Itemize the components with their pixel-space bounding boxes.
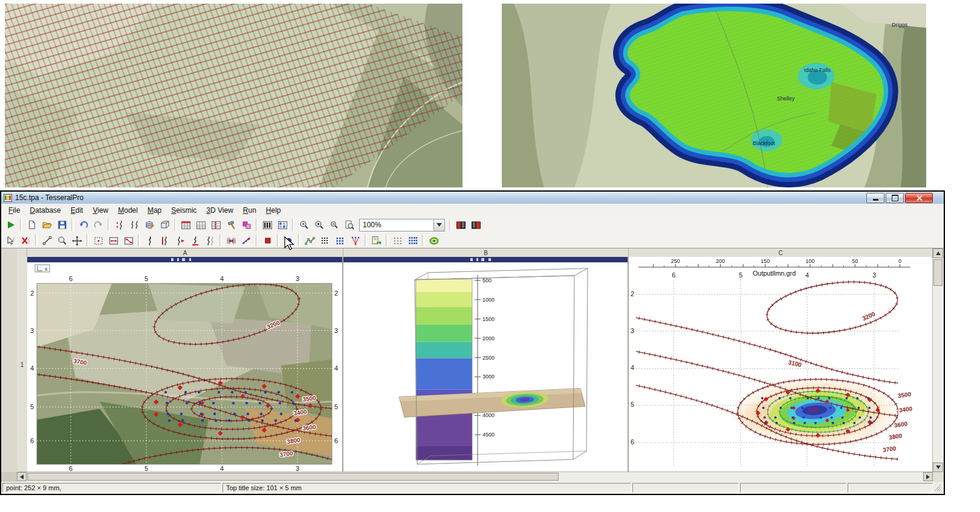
velocity-column xyxy=(416,279,472,460)
delete-trace-button[interactable] xyxy=(18,234,33,247)
black-grid-button[interactable] xyxy=(317,234,333,247)
zoom-level-combobox[interactable]: 100% xyxy=(359,219,445,232)
red-cell-button[interactable] xyxy=(260,234,275,247)
run-button[interactable] xyxy=(3,218,18,232)
column-header-c[interactable]: C xyxy=(629,248,933,257)
lattice-picks-button[interactable] xyxy=(224,234,239,247)
table-plain-button[interactable] xyxy=(193,218,209,232)
layers-edit-button[interactable] xyxy=(142,218,157,232)
magnify-tool-button[interactable] xyxy=(54,234,70,247)
panel-a-map-view[interactable]: x xyxy=(27,257,342,472)
menu-run[interactable]: Run xyxy=(238,204,261,216)
column-header-b[interactable]: B xyxy=(343,248,629,257)
cube-icon xyxy=(160,220,170,230)
table-red-col-button[interactable] xyxy=(209,218,224,232)
zoom-minus-small-button[interactable] xyxy=(326,218,342,232)
new-document-button[interactable] xyxy=(24,218,39,232)
undo-button[interactable] xyxy=(76,218,91,232)
close-button[interactable] xyxy=(905,193,933,203)
app-icon xyxy=(4,194,12,202)
trace-red-left-button[interactable] xyxy=(157,234,172,247)
area-select-button[interactable] xyxy=(91,234,106,247)
scroll-right-button[interactable] xyxy=(923,472,933,481)
panel-b-title-strip[interactable] xyxy=(343,257,628,262)
svg-text:3: 3 xyxy=(296,275,299,282)
panel-b[interactable]: 500 1000 1500 2000 2500 3000 3500 4000 4… xyxy=(343,257,629,472)
menu-file[interactable]: File xyxy=(4,204,25,216)
svg-text:4: 4 xyxy=(220,275,224,282)
pan-tool-button[interactable] xyxy=(70,234,85,247)
red-black-panel-button-2[interactable] xyxy=(469,218,484,232)
map-label-idaho-falls: Idaho Falls xyxy=(804,67,831,73)
zoom-dropdown-arrow[interactable] xyxy=(433,219,444,231)
rays-button[interactable] xyxy=(348,234,363,247)
table-plain-icon xyxy=(196,221,206,230)
svg-text:100: 100 xyxy=(806,258,815,264)
horizontal-scrollbar[interactable] xyxy=(17,471,933,482)
menu-database[interactable]: Database xyxy=(25,204,65,216)
dense-grid-button[interactable] xyxy=(405,234,420,247)
zoom-out-button[interactable] xyxy=(296,218,311,232)
sparse-grid-button[interactable] xyxy=(390,234,405,247)
toolbar-main: 100% xyxy=(1,216,944,234)
panel-c-contour-view[interactable]: 250 200 150 100 50 0 Outputllmn.grd xyxy=(629,257,933,472)
fit-screen-button[interactable] xyxy=(121,234,136,247)
table-red-row-button[interactable] xyxy=(178,218,193,232)
map-label-driggs: Driggs xyxy=(892,22,908,28)
row-header-1[interactable]: 1 xyxy=(17,257,28,472)
blue-grid-button[interactable] xyxy=(333,234,348,247)
columns-black-button[interactable] xyxy=(260,218,275,232)
cube-button[interactable] xyxy=(157,218,172,232)
zoom-in-button[interactable] xyxy=(311,218,326,232)
trace-double-button[interactable] xyxy=(203,234,218,247)
pick-hammer-button[interactable] xyxy=(224,218,239,232)
menu-edit[interactable]: Edit xyxy=(66,204,88,216)
line-tool-button[interactable] xyxy=(39,234,54,247)
select-trace-button[interactable] xyxy=(3,234,18,247)
red-black-panel-button-1[interactable] xyxy=(453,218,469,232)
scroll-up-button[interactable] xyxy=(933,248,943,258)
menu-model[interactable]: Model xyxy=(113,204,143,216)
vertical-scrollbar[interactable] xyxy=(932,248,944,472)
minimize-button[interactable] xyxy=(866,193,884,203)
arrow-left-icon xyxy=(20,475,24,479)
panel-c[interactable]: 250 200 150 100 50 0 Outputllmn.grd xyxy=(629,257,933,472)
redo-button[interactable] xyxy=(91,218,106,232)
pick-hammer-icon xyxy=(227,220,236,230)
polyline-button[interactable] xyxy=(302,234,317,247)
save-icon xyxy=(57,220,67,230)
trace-arrow-button[interactable] xyxy=(172,234,187,247)
maximize-button[interactable] xyxy=(886,193,904,203)
map-target-icon xyxy=(429,236,440,245)
horizontal-scroll-thumb[interactable] xyxy=(27,473,559,481)
scroll-down-button[interactable] xyxy=(933,462,943,472)
menu-3d-view[interactable]: 3D View xyxy=(201,204,238,216)
panel-a[interactable]: x xyxy=(27,257,343,472)
zoom-page-button[interactable] xyxy=(342,218,357,232)
color-swatch-button[interactable] xyxy=(239,218,254,232)
trace-fill-button[interactable] xyxy=(142,234,157,247)
scroll-left-button[interactable] xyxy=(17,472,27,481)
picks-arrow-button[interactable] xyxy=(239,234,254,247)
save-button[interactable] xyxy=(54,218,70,232)
pattern-blue-button[interactable] xyxy=(275,218,290,232)
map-target-button[interactable] xyxy=(426,234,441,247)
trace-arrow-icon xyxy=(175,236,185,246)
fit-horizontal-button[interactable] xyxy=(106,234,121,247)
menu-map[interactable]: Map xyxy=(143,204,166,216)
export-page-button[interactable] xyxy=(369,234,384,247)
resize-grip-icon[interactable] xyxy=(933,484,942,492)
trace-pair-button[interactable] xyxy=(127,218,142,232)
vertical-scroll-thumb[interactable] xyxy=(933,259,943,286)
shift-traces-button[interactable] xyxy=(112,218,127,232)
panel-b-3d-view[interactable]: 500 1000 1500 2000 2500 3000 3500 4000 4… xyxy=(343,257,628,472)
open-button[interactable] xyxy=(39,218,54,232)
menu-seismic[interactable]: Seismic xyxy=(166,204,201,216)
zoom-minus-small-icon xyxy=(330,221,339,229)
menu-view[interactable]: View xyxy=(88,204,113,216)
trace-baseline-button[interactable] xyxy=(187,234,203,247)
left-margin xyxy=(1,248,18,472)
pan-move-icon xyxy=(72,236,82,246)
menu-help[interactable]: Help xyxy=(261,204,286,216)
title-bar[interactable]: 15c.tpa - TesseralPro xyxy=(1,192,944,204)
